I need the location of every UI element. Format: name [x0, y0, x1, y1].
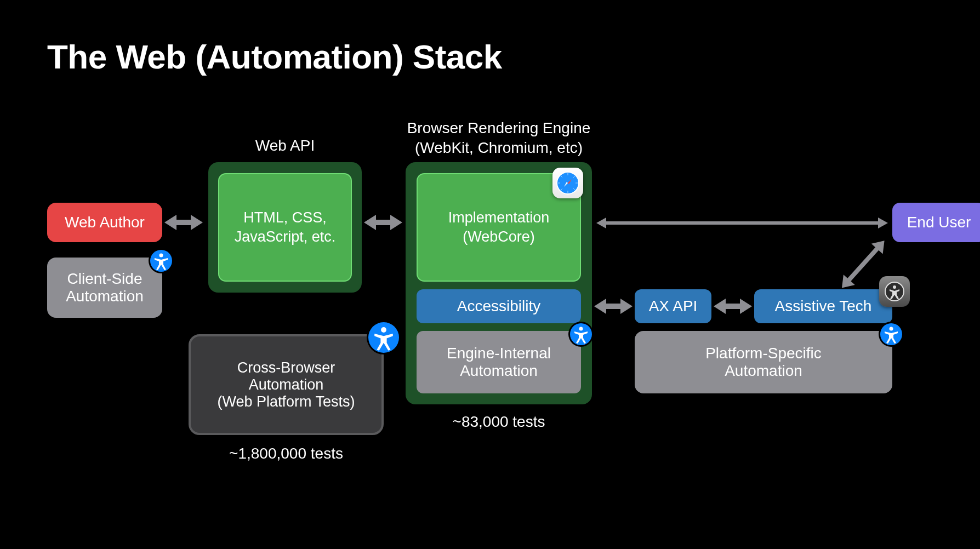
- assistive-tech-box: Assistive Tech: [754, 289, 892, 323]
- platform-specific-automation-box: Platform-Specific Automation: [635, 331, 892, 393]
- cross-browser-automation-box: Cross-Browser Automation (Web Platform T…: [189, 334, 384, 435]
- accessibility-box: Accessibility: [417, 289, 581, 323]
- accessibility-icon: [368, 322, 399, 353]
- arrow-bidirectional-icon: [175, 220, 192, 225]
- arrow-bidirectional-icon: [725, 304, 741, 309]
- safari-icon: [552, 168, 583, 198]
- assistive-tech-label: Assistive Tech: [775, 298, 872, 315]
- web-api-box: HTML, CSS, JavaScript, etc.: [218, 173, 352, 282]
- ax-api-label: AX API: [649, 298, 698, 315]
- web-api-heading: Web API: [208, 137, 362, 155]
- voiceover-icon: [879, 276, 910, 307]
- accessibility-icon: [570, 323, 592, 345]
- cross-browser-automation-text: Cross-Browser Automation (Web Platform T…: [217, 359, 355, 410]
- svg-point-22: [890, 327, 893, 331]
- arrow-bidirectional-icon: [375, 220, 391, 225]
- accessibility-icon: [880, 323, 902, 345]
- ax-api-box: AX API: [635, 289, 711, 323]
- svg-point-3: [381, 327, 386, 333]
- engine-heading: Browser Rendering Engine (WebKit, Chromi…: [406, 118, 592, 158]
- cross-browser-caption: ~1,800,000 tests: [189, 445, 384, 462]
- slide-title: The Web (Automation) Stack: [47, 37, 502, 76]
- arrow-bidirectional-icon: [847, 247, 879, 282]
- web-api-text: HTML, CSS, JavaScript, etc.: [235, 208, 336, 247]
- engine-caption: ~83,000 tests: [406, 413, 592, 431]
- slide: The Web (Automation) Stack Web Author Cl…: [0, 0, 980, 549]
- engine-internal-automation-box: Engine-Internal Automation: [417, 331, 581, 393]
- accessibility-label: Accessibility: [457, 298, 540, 315]
- end-user-label: End User: [907, 214, 971, 231]
- implementation-text: Implementation (WebCore): [448, 208, 550, 247]
- accessibility-icon: [150, 250, 172, 272]
- end-user-box: End User: [892, 203, 980, 242]
- arrow-bidirectional-icon: [605, 221, 879, 225]
- engine-internal-automation-text: Engine-Internal Automation: [447, 345, 551, 380]
- svg-point-1: [159, 254, 163, 258]
- web-author-box: Web Author: [47, 203, 162, 242]
- web-author-label: Web Author: [65, 214, 145, 231]
- client-side-automation-label: Client-Side Automation: [66, 270, 144, 305]
- svg-point-18: [579, 327, 583, 331]
- client-side-automation-box: Client-Side Automation: [47, 258, 162, 318]
- svg-point-20: [893, 285, 896, 289]
- arrow-bidirectional-icon: [605, 304, 622, 309]
- platform-specific-automation-text: Platform-Specific Automation: [705, 345, 822, 380]
